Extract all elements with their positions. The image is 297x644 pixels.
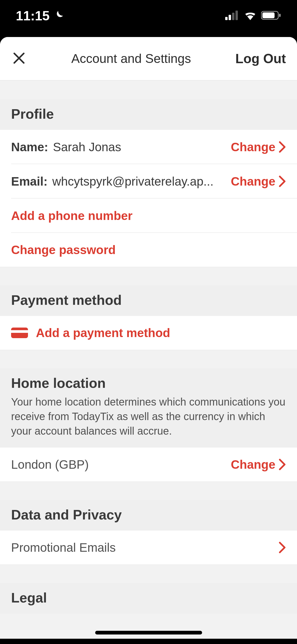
home-indicator[interactable] xyxy=(95,631,202,634)
close-icon xyxy=(12,51,26,66)
chevron-right-icon xyxy=(279,542,286,553)
svg-rect-5 xyxy=(262,12,275,18)
chevron-right-icon xyxy=(279,176,286,187)
home-description: Your home location determines which comm… xyxy=(11,395,286,439)
home-location-value: London (GBP) xyxy=(11,457,231,472)
name-row[interactable]: Name: Sarah Jonas Change xyxy=(0,130,297,164)
legal-header: Legal xyxy=(0,583,297,614)
home-header: Home location Your home location determi… xyxy=(0,368,297,448)
credit-card-icon xyxy=(11,326,28,339)
chevron-right-icon xyxy=(279,141,286,153)
nav-bar: Account and Settings Log Out xyxy=(0,37,297,81)
privacy-title: Data and Privacy xyxy=(11,507,286,523)
add-phone-row[interactable]: Add a phone number xyxy=(0,199,297,233)
payment-header: Payment method xyxy=(0,285,297,316)
svg-rect-6 xyxy=(279,14,281,17)
change-password-label: Change password xyxy=(11,243,116,257)
logout-button[interactable]: Log Out xyxy=(235,51,286,66)
change-email-label: Change xyxy=(231,174,275,188)
status-time: 11:15 xyxy=(16,8,50,24)
change-password-row[interactable]: Change password xyxy=(0,233,297,267)
change-name-button[interactable]: Change xyxy=(231,140,286,154)
spacer xyxy=(0,565,297,583)
name-value: Sarah Jonas xyxy=(53,140,121,154)
promo-emails-row[interactable]: Promotional Emails xyxy=(0,531,297,565)
chevron-right-icon xyxy=(279,459,286,470)
svg-rect-0 xyxy=(225,17,228,20)
spacer xyxy=(0,350,297,368)
change-location-label: Change xyxy=(231,457,275,472)
moon-icon xyxy=(53,10,64,22)
svg-rect-3 xyxy=(235,11,238,20)
wifi-icon xyxy=(244,11,257,21)
svg-rect-10 xyxy=(11,330,28,333)
status-bar: 11:15 xyxy=(0,0,297,37)
svg-rect-1 xyxy=(229,15,231,20)
name-label: Name: xyxy=(11,140,48,154)
email-row[interactable]: Email: whcytspyrk@privaterelay.ap... Cha… xyxy=(0,164,297,199)
nav-title: Account and Settings xyxy=(71,51,191,66)
add-payment-label: Add a payment method xyxy=(36,326,170,340)
add-phone-label: Add a phone number xyxy=(11,209,133,223)
privacy-header: Data and Privacy xyxy=(0,500,297,531)
promo-emails-label: Promotional Emails xyxy=(11,540,279,555)
close-button[interactable] xyxy=(11,51,27,66)
payment-title: Payment method xyxy=(11,292,286,308)
email-label: Email: xyxy=(11,174,48,188)
legal-title: Legal xyxy=(11,590,286,606)
home-location-row[interactable]: London (GBP) Change xyxy=(0,448,297,482)
svg-rect-2 xyxy=(232,13,234,20)
spacer xyxy=(0,482,297,500)
email-value: whcytspyrk@privaterelay.ap... xyxy=(52,174,214,188)
add-payment-row[interactable]: Add a payment method xyxy=(0,316,297,350)
profile-header: Profile xyxy=(0,99,297,130)
battery-icon xyxy=(261,11,281,21)
spacer xyxy=(0,81,297,99)
change-location-button[interactable]: Change xyxy=(231,457,286,472)
profile-title: Profile xyxy=(11,106,286,122)
spacer xyxy=(0,267,297,285)
status-left: 11:15 xyxy=(16,8,64,24)
settings-sheet: Account and Settings Log Out Profile Nam… xyxy=(0,37,297,639)
change-name-label: Change xyxy=(231,140,275,154)
home-title: Home location xyxy=(11,375,286,391)
change-email-button[interactable]: Change xyxy=(231,174,286,188)
cellular-icon xyxy=(225,11,239,21)
status-right xyxy=(225,11,281,21)
